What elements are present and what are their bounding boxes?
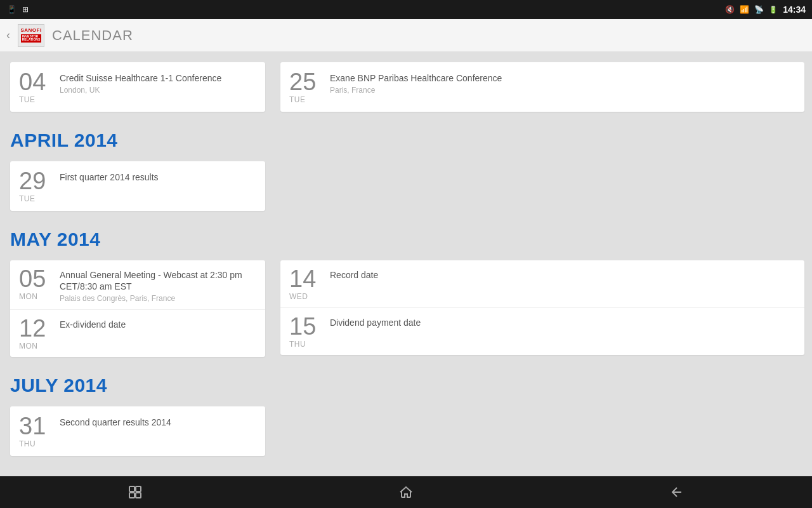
event-date-14: 14 WED	[289, 267, 322, 301]
event-card-exane[interactable]: 25 TUE Exane BNP Paribas Healthcare Conf…	[280, 62, 804, 112]
july-left-col: 31 THU Second quarter results 2014	[0, 401, 273, 467]
event-date-29: 29 TUE	[19, 169, 52, 203]
battery-icon: 🔋	[769, 6, 778, 14]
march-right-col: 25 TUE Exane BNP Paribas Healthcare Conf…	[273, 57, 812, 123]
status-bar: 📱 ⊞ 🔇 📶 📡 🔋 14:34	[0, 0, 812, 19]
event-title: First quarter 2014 results	[60, 171, 256, 183]
july-section: 31 THU Second quarter results 2014	[0, 401, 812, 467]
logo-sanofi-text: SANOFI	[20, 28, 41, 34]
october-2014-heading: OCTOBER 2014	[0, 467, 812, 476]
may-section: 05 MON Annual General Meeting - Webcast …	[0, 255, 812, 368]
event-info-q2: Second quarter results 2014	[60, 414, 256, 428]
svg-rect-1	[136, 486, 141, 491]
event-row-exdiv[interactable]: 12 MON Ex-dividend date	[10, 309, 265, 357]
event-info-record: Record date	[330, 267, 796, 281]
page-title: CALENDAR	[52, 27, 133, 44]
event-location: Paris, France	[330, 86, 796, 95]
event-title: Dividend payment date	[330, 317, 796, 328]
logo-investor-text: INVESTORRELATIONS	[21, 34, 42, 43]
home-nav-button[interactable]	[387, 485, 425, 500]
event-title: Credit Suisse Healthcare 1-1 Conference	[60, 72, 256, 84]
may-right-stacked-card: 14 WED Record date 15 THU Dividend payme…	[280, 260, 804, 355]
may-left-stacked-card: 05 MON Annual General Meeting - Webcast …	[10, 260, 265, 357]
event-date-25: 25 TUE	[289, 70, 322, 104]
may-2014-heading: MAY 2014	[0, 222, 812, 255]
july-2014-heading: JULY 2014	[0, 368, 812, 401]
event-row-agm[interactable]: 05 MON Annual General Meeting - Webcast …	[10, 260, 265, 309]
app-header: ‹ SANOFI INVESTORRELATIONS CALENDAR	[0, 19, 812, 52]
status-bar-right-icons: 🔇 📶 📡 🔋 14:34	[725, 4, 806, 15]
svg-rect-3	[136, 493, 141, 498]
mute-icon: 🔇	[725, 5, 735, 14]
april-left-col: 29 TUE First quarter 2014 results	[0, 156, 273, 222]
event-date-15: 15 THU	[289, 314, 322, 349]
event-title: Record date	[330, 269, 796, 281]
march-section: 04 TUE Credit Suisse Healthcare 1-1 Conf…	[0, 52, 812, 123]
event-card-credit-suisse[interactable]: 04 TUE Credit Suisse Healthcare 1-1 Conf…	[10, 62, 265, 112]
event-date-05: 05 MON	[19, 267, 52, 301]
grid-icon: ⊞	[20, 4, 30, 15]
event-title: Annual General Meeting - Webcast at 2:30…	[60, 269, 256, 292]
event-row-dividend[interactable]: 15 THU Dividend payment date	[280, 307, 804, 355]
event-info-q1: First quarter 2014 results	[60, 169, 256, 183]
bottom-navigation	[0, 476, 812, 508]
recents-nav-button[interactable]	[116, 485, 154, 500]
back-nav-button[interactable]	[658, 485, 696, 500]
status-bar-left-icons: 📱 ⊞	[6, 4, 30, 15]
main-content: 04 TUE Credit Suisse Healthcare 1-1 Conf…	[0, 52, 812, 476]
wifi-icon: 📶	[740, 5, 749, 14]
event-date-04: 04 TUE	[19, 70, 52, 104]
phone-icon: 📱	[6, 4, 16, 15]
april-2014-heading: APRIL 2014	[0, 123, 812, 156]
event-title: Second quarter results 2014	[60, 417, 256, 428]
event-title: Ex-dividend date	[60, 319, 256, 330]
event-info-dividend: Dividend payment date	[330, 314, 796, 328]
event-info-agm: Annual General Meeting - Webcast at 2:30…	[60, 267, 256, 303]
event-location: Palais des Congrès, Paris, France	[60, 294, 256, 303]
svg-rect-0	[129, 486, 134, 491]
event-date-12: 12 MON	[19, 316, 52, 351]
march-left-col: 04 TUE Credit Suisse Healthcare 1-1 Conf…	[0, 57, 273, 123]
event-date-31: 31 THU	[19, 414, 52, 448]
april-right-col	[273, 156, 812, 222]
event-row-record[interactable]: 14 WED Record date	[280, 260, 804, 307]
event-location: London, UK	[60, 86, 256, 95]
back-button[interactable]: ‹	[6, 29, 10, 42]
may-left-col: 05 MON Annual General Meeting - Webcast …	[0, 255, 273, 368]
event-card-q2-results[interactable]: 31 THU Second quarter results 2014	[10, 406, 265, 456]
event-title: Exane BNP Paribas Healthcare Conference	[330, 72, 796, 84]
event-info-credit-suisse: Credit Suisse Healthcare 1-1 Conference …	[60, 70, 256, 95]
april-section: 29 TUE First quarter 2014 results	[0, 156, 812, 222]
event-card-q1-results[interactable]: 29 TUE First quarter 2014 results	[10, 161, 265, 211]
time-display: 14:34	[783, 4, 806, 15]
sanofi-logo: SANOFI INVESTORRELATIONS	[18, 24, 44, 47]
signal-icon: 📡	[754, 5, 764, 14]
svg-rect-2	[129, 493, 134, 498]
july-right-col	[273, 401, 812, 467]
event-info-exane: Exane BNP Paribas Healthcare Conference …	[330, 70, 796, 95]
may-right-col: 14 WED Record date 15 THU Dividend payme…	[273, 255, 812, 368]
event-info-exdiv: Ex-dividend date	[60, 316, 256, 330]
